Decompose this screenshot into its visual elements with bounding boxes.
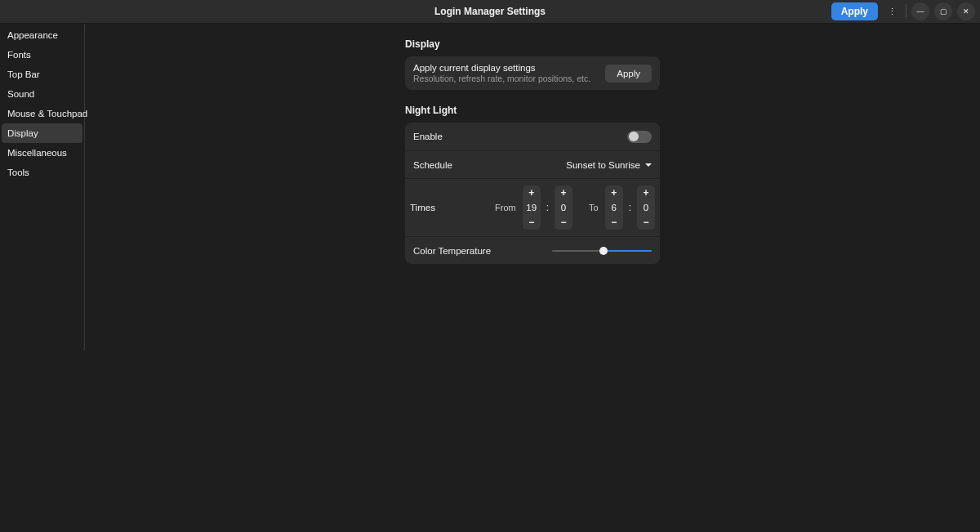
from-min-up[interactable]: + — [555, 186, 572, 200]
window-minimize-button[interactable]: — — [911, 2, 929, 20]
from-min-value[interactable]: 0 — [561, 200, 566, 215]
to-min-value[interactable]: 0 — [644, 200, 648, 215]
slider-thumb[interactable] — [599, 247, 608, 255]
group-night-light: Enable Schedule Sunset to Sunrise Times … — [405, 123, 660, 264]
times-body: From + 19 − : + 0 − To — [493, 186, 655, 230]
to-min-down[interactable]: − — [637, 215, 655, 230]
colon: : — [628, 202, 632, 213]
row-title: Apply current display settings — [413, 63, 605, 73]
sidebar-item-miscellaneous[interactable]: Miscellaneous — [2, 143, 82, 163]
to-min-up[interactable]: + — [637, 186, 655, 200]
from-min-stepper: + 0 − — [555, 186, 572, 230]
headerbar: Login Manager Settings Apply ⋮ — ▢ ✕ — [0, 0, 980, 24]
sidebar-item-label: Appearance — [7, 30, 58, 40]
sidebar-item-label: Tools — [7, 168, 29, 177]
slider-fill — [604, 250, 652, 252]
sidebar-item-label: Miscellaneous — [7, 148, 67, 158]
row-text: Apply current display settings Resolutio… — [413, 63, 605, 83]
from-hour-down[interactable]: − — [523, 215, 541, 230]
group-display: Apply current display settings Resolutio… — [405, 56, 660, 90]
sidebar-item-sound[interactable]: Sound — [2, 84, 82, 104]
from-hour-stepper: + 19 − — [523, 186, 541, 230]
from-hour-up[interactable]: + — [523, 186, 541, 200]
separator — [906, 4, 906, 19]
to-hour-value[interactable]: 6 — [611, 200, 616, 215]
chevron-down-icon — [645, 163, 652, 167]
to-hour-down[interactable]: − — [605, 215, 623, 230]
row-enable-label: Enable — [413, 132, 627, 141]
to-label: To — [589, 203, 599, 212]
schedule-value: Sunset to Sunrise — [566, 160, 640, 170]
color-temperature-slider[interactable] — [552, 245, 652, 257]
sidebar-item-label: Sound — [7, 89, 34, 99]
from-hour-value[interactable]: 19 — [526, 200, 537, 215]
sidebar-item-label: Fonts — [7, 50, 31, 60]
row-color-temperature: Color Temperature — [405, 236, 660, 264]
sidebar-item-appearance[interactable]: Appearance — [2, 25, 82, 45]
apply-display-settings-button[interactable]: Apply — [605, 65, 652, 83]
apply-button[interactable]: Apply — [831, 2, 878, 20]
sidebar-item-top-bar[interactable]: Top Bar — [2, 65, 82, 84]
settings-column: Display Apply current display settings R… — [405, 38, 660, 264]
sidebar-item-label: Display — [7, 128, 38, 138]
from-min-down[interactable]: − — [555, 215, 572, 230]
headerbar-right: Apply ⋮ — ▢ ✕ — [831, 0, 975, 23]
sidebar-item-fonts[interactable]: Fonts — [2, 45, 82, 65]
enable-switch[interactable] — [627, 131, 652, 143]
row-enable: Enable — [405, 123, 660, 150]
row-schedule-label: Schedule — [413, 160, 566, 170]
sidebar-item-display[interactable]: Display — [2, 123, 82, 143]
row-subtitle: Resolution, refresh rate, monitor positi… — [413, 74, 605, 83]
section-title-display: Display — [405, 38, 660, 50]
row-times-label: Times — [410, 203, 475, 212]
section-title-night-light: Night Light — [405, 105, 660, 116]
from-label: From — [495, 203, 516, 212]
main: Display Apply current display settings R… — [85, 24, 980, 532]
switch-knob — [629, 132, 639, 141]
to-min-stepper: + 0 − — [637, 186, 655, 230]
sidebar-item-tools[interactable]: Tools — [2, 163, 82, 182]
row-times: Times From + 19 − : + 0 − — [405, 178, 660, 236]
row-apply-display-settings: Apply current display settings Resolutio… — [405, 56, 660, 90]
window-close-button[interactable]: ✕ — [957, 2, 975, 20]
content: Appearance Fonts Top Bar Sound Mouse & T… — [0, 24, 980, 532]
to-hour-stepper: + 6 − — [605, 186, 623, 230]
to-hour-up[interactable]: + — [605, 186, 623, 200]
row-color-temperature-label: Color Temperature — [413, 246, 491, 256]
slider-wrap — [491, 245, 652, 257]
more-menu-button[interactable]: ⋮ — [883, 2, 901, 20]
sidebar-item-label: Top Bar — [7, 69, 40, 79]
colon: : — [546, 202, 550, 213]
sidebar-item-mouse-touchpad[interactable]: Mouse & Touchpad — [2, 104, 82, 123]
sidebar-item-label: Mouse & Touchpad — [7, 109, 87, 118]
window-maximize-button[interactable]: ▢ — [934, 2, 952, 20]
sidebar: Appearance Fonts Top Bar Sound Mouse & T… — [0, 24, 85, 351]
row-schedule[interactable]: Schedule Sunset to Sunrise — [405, 150, 660, 178]
